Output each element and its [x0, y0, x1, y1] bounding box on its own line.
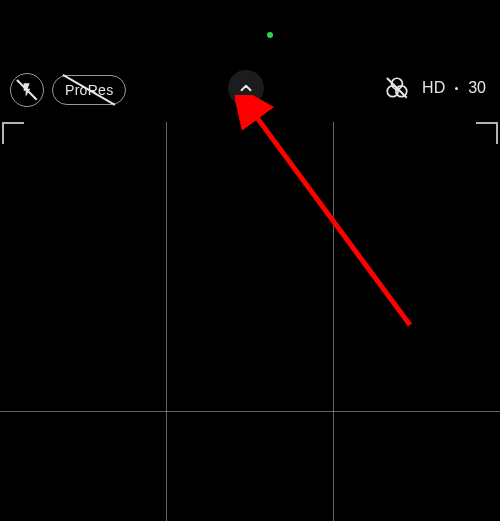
viewfinder[interactable]: [0, 122, 500, 521]
grid-line-horizontal-1: [0, 411, 500, 412]
color-filters-off-icon: [384, 75, 410, 101]
chevron-up-icon: [237, 79, 255, 97]
expand-controls-button[interactable]: [228, 70, 264, 106]
prores-label: ProRes: [65, 82, 113, 98]
resolution-button[interactable]: HD: [422, 79, 445, 97]
flash-off-icon: [19, 82, 35, 98]
camera-toolbar: ProRes HD 30: [0, 70, 500, 110]
fps-button[interactable]: 30: [468, 79, 486, 97]
grid-line-vertical-2: [333, 122, 334, 521]
toolbar-left-group: ProRes: [10, 73, 126, 107]
flash-toggle-button[interactable]: [10, 73, 44, 107]
color-filters-button[interactable]: [382, 73, 412, 103]
toolbar-right-group: HD 30: [382, 70, 486, 106]
svg-point-0: [392, 78, 403, 89]
prores-toggle-button[interactable]: ProRes: [52, 75, 126, 105]
camera-recording-indicator: [267, 32, 273, 38]
separator-dot: [455, 87, 458, 90]
grid-line-vertical-1: [166, 122, 167, 521]
